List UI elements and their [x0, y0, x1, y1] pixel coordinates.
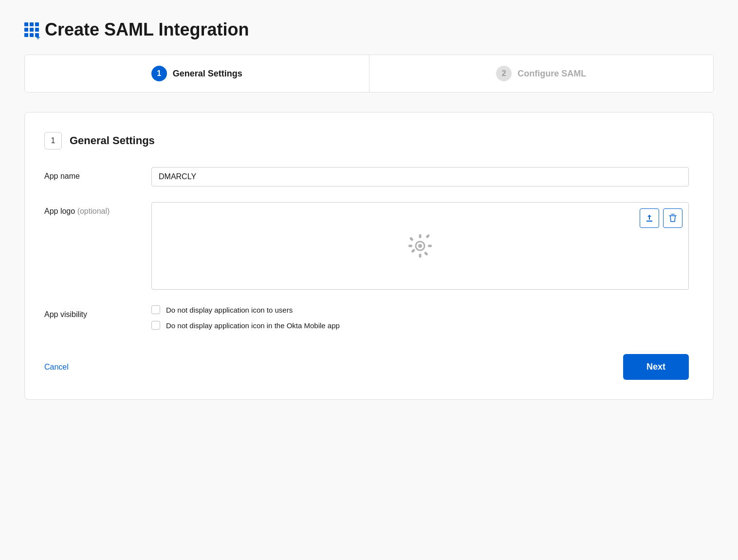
svg-point-1	[418, 244, 422, 248]
steps-bar: 1 General Settings 2 Configure SAML	[24, 55, 714, 93]
app-name-control: DMARCLY	[151, 167, 689, 187]
app-visibility-row: App visibility Do not display applicatio…	[44, 305, 689, 330]
svg-rect-6	[409, 237, 414, 241]
delete-logo-button[interactable]	[663, 208, 683, 228]
app-name-label: App name	[44, 167, 151, 181]
visibility-option-1-label: Do not display application icon to users	[166, 306, 293, 314]
upload-icon	[645, 213, 654, 223]
page-title: Create SAML Integration	[45, 19, 249, 40]
section-header: 1 General Settings	[44, 132, 689, 149]
page-title-area: + Create SAML Integration	[24, 19, 714, 40]
svg-rect-3	[419, 254, 422, 258]
visibility-option-2-checkbox[interactable]	[151, 321, 160, 330]
svg-rect-7	[425, 234, 430, 239]
visibility-option-1-row: Do not display application icon to users	[151, 305, 689, 314]
step-2-label: Configure SAML	[517, 69, 586, 79]
app-logo-row: App logo (optional)	[44, 202, 689, 290]
step-1-general-settings[interactable]: 1 General Settings	[25, 55, 369, 92]
visibility-option-2-row: Do not display application icon in the O…	[151, 321, 689, 330]
app-logo-label: App logo (optional)	[44, 202, 151, 216]
logo-upload-area	[151, 202, 689, 290]
app-logo-optional: (optional)	[77, 207, 110, 215]
svg-rect-2	[419, 234, 422, 238]
section-number: 1	[44, 132, 62, 149]
step-2-number: 2	[496, 66, 512, 81]
step-1-number: 1	[151, 66, 167, 81]
trash-icon	[668, 213, 678, 223]
app-name-input[interactable]: DMARCLY	[151, 167, 689, 187]
app-visibility-label: App visibility	[44, 305, 151, 319]
svg-rect-9	[424, 251, 428, 256]
app-name-row: App name DMARCLY	[44, 167, 689, 187]
form-card: 1 General Settings App name DMARCLY App …	[24, 112, 714, 400]
section-title: General Settings	[70, 134, 155, 147]
cancel-link[interactable]: Cancel	[44, 363, 69, 372]
apps-grid-icon: +	[24, 22, 39, 37]
svg-rect-4	[408, 245, 412, 247]
svg-rect-5	[428, 245, 432, 247]
step-2-configure-saml[interactable]: 2 Configure SAML	[369, 55, 714, 92]
next-button[interactable]: Next	[623, 354, 689, 380]
logo-placeholder-gear-icon	[406, 231, 435, 261]
app-logo-control	[151, 202, 689, 290]
upload-logo-button[interactable]	[640, 208, 659, 228]
form-footer: Cancel Next	[44, 349, 689, 380]
visibility-option-1-checkbox[interactable]	[151, 305, 160, 314]
visibility-option-2-label: Do not display application icon in the O…	[166, 321, 340, 330]
step-1-label: General Settings	[173, 69, 242, 79]
app-visibility-control: Do not display application icon to users…	[151, 305, 689, 330]
svg-rect-8	[411, 249, 415, 253]
logo-upload-buttons	[640, 208, 683, 228]
